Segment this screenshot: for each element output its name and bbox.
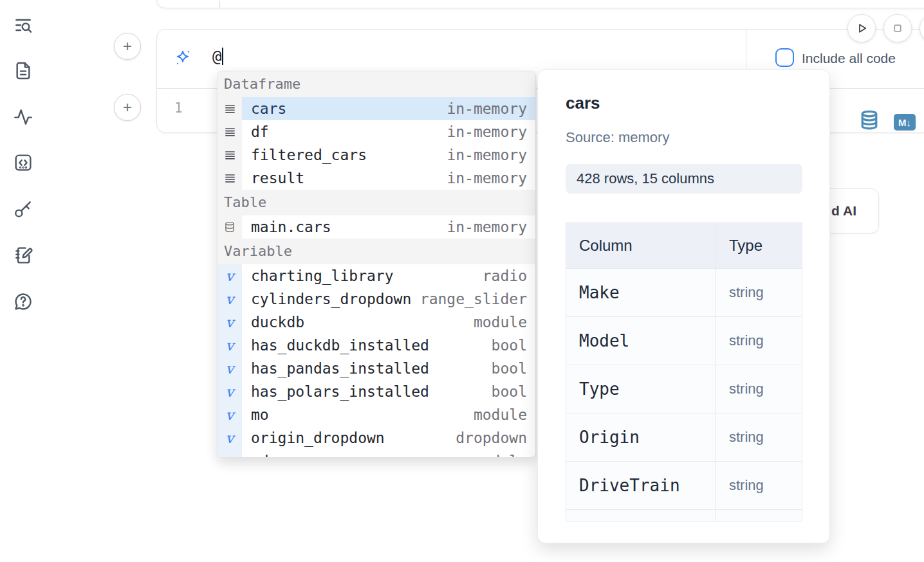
autocomplete-item-charting-library[interactable]: v charting_libraryradio bbox=[217, 264, 535, 287]
variable-icon: v bbox=[217, 380, 242, 403]
table-row: Model string bbox=[566, 316, 802, 365]
variable-icon: v bbox=[217, 264, 242, 287]
add-cell-label: + bbox=[123, 98, 132, 116]
autocomplete-item-pd[interactable]: v pdmodule bbox=[217, 449, 535, 458]
include-all-code-checkbox[interactable] bbox=[775, 48, 794, 67]
item-name: cylinders_dropdown bbox=[251, 291, 411, 307]
variable-icon: v bbox=[217, 311, 242, 334]
dataframe-preview-popup: cars Source: memory 428 rows, 15 columns… bbox=[537, 69, 830, 543]
item-name: has_pandas_installed bbox=[251, 360, 429, 377]
preview-summary: 428 rows, 15 columns bbox=[577, 170, 714, 187]
include-all-code-label: Include all code bbox=[802, 51, 896, 66]
item-name: result bbox=[251, 170, 304, 186]
column-name: Model bbox=[566, 317, 716, 365]
schema-table: Column Type Make string Model string Typ… bbox=[566, 222, 802, 521]
item-name: main.cars bbox=[251, 219, 331, 235]
stop-cell-button[interactable] bbox=[883, 14, 912, 42]
text-cursor bbox=[222, 48, 223, 65]
dataframe-icon bbox=[217, 97, 242, 120]
table-database-icon bbox=[217, 215, 242, 239]
item-type: in-memory bbox=[447, 123, 527, 140]
item-name: df bbox=[251, 123, 269, 140]
ai-action-label: d AI bbox=[831, 203, 856, 219]
autocomplete-item-result[interactable]: resultin-memory bbox=[217, 167, 535, 190]
autocomplete-dropdown: Dataframe carsin-memory dfin-memory filt… bbox=[217, 71, 536, 458]
table-row: DriveTrain string bbox=[566, 461, 802, 509]
schema-table-header: Column Type bbox=[566, 223, 802, 268]
ai-prompt-input[interactable]: @ bbox=[212, 48, 223, 66]
dataframe-icon bbox=[217, 167, 242, 190]
column-type: string bbox=[716, 317, 802, 365]
item-type: bool bbox=[492, 337, 527, 354]
autocomplete-item-origin-dropdown[interactable]: v origin_dropdowndropdown bbox=[217, 426, 535, 449]
ai-sparkle-icon bbox=[174, 49, 192, 67]
autocomplete-item-mo[interactable]: v momodule bbox=[217, 403, 535, 426]
autocomplete-item-has-polars-installed[interactable]: v has_polars_installedbool bbox=[217, 380, 535, 403]
item-name: filtered_cars bbox=[251, 147, 367, 163]
item-type: in-memory bbox=[447, 170, 527, 186]
item-type: module bbox=[474, 314, 527, 331]
item-type: radio bbox=[483, 267, 527, 284]
item-type: in-memory bbox=[447, 100, 527, 117]
previous-cell-divider bbox=[219, 1, 220, 8]
file-text-icon[interactable] bbox=[13, 60, 33, 81]
ai-prompt-value: @ bbox=[212, 48, 221, 66]
column-type: string bbox=[716, 365, 802, 413]
column-name: Make bbox=[566, 269, 716, 316]
item-type: range_slider bbox=[420, 291, 527, 307]
notebook-edit-icon[interactable] bbox=[13, 245, 33, 266]
table-row: Make string bbox=[566, 268, 802, 316]
help-chat-icon[interactable] bbox=[13, 291, 33, 312]
activity-icon[interactable] bbox=[13, 107, 33, 127]
item-type: bool bbox=[492, 383, 527, 400]
autocomplete-item-df[interactable]: dfin-memory bbox=[217, 120, 535, 143]
column-name: DriveTrain bbox=[566, 462, 716, 509]
autocomplete-item-main-cars[interactable]: main.carsin-memory bbox=[217, 215, 535, 239]
add-cell-button-bottom[interactable]: + bbox=[114, 94, 141, 121]
item-name: has_polars_installed bbox=[251, 383, 429, 400]
preview-title: cars bbox=[566, 93, 600, 113]
column-name: Origin bbox=[566, 413, 716, 461]
variable-icon: v bbox=[217, 287, 242, 311]
autocomplete-item-filtered-cars[interactable]: filtered_carsin-memory bbox=[217, 143, 535, 167]
section-header-table: Table bbox=[217, 190, 535, 215]
table-row: Origin string bbox=[566, 413, 802, 461]
variable-icon: v bbox=[217, 403, 242, 426]
markdown-icon[interactable]: M↓ bbox=[894, 114, 916, 131]
variable-icon: v bbox=[217, 357, 242, 380]
type-header: Type bbox=[716, 223, 802, 268]
item-name: origin_dropdown bbox=[251, 430, 385, 446]
autocomplete-item-has-pandas-installed[interactable]: v has_pandas_installedbool bbox=[217, 357, 535, 380]
dataframe-icon bbox=[217, 120, 242, 143]
item-name: charting_library bbox=[251, 267, 394, 284]
key-icon[interactable] bbox=[13, 199, 33, 219]
previous-cell bbox=[156, 0, 924, 8]
item-name: duckdb bbox=[251, 314, 304, 331]
stop-icon bbox=[889, 20, 906, 37]
section-header-variable: Variable bbox=[217, 239, 535, 264]
variable-icon: v bbox=[217, 334, 242, 357]
marimo-notebook-screen: + + @ Include all code 1 M↓ bbox=[0, 0, 924, 562]
code-snippet-icon[interactable] bbox=[13, 152, 33, 173]
table-row-clipped bbox=[566, 509, 802, 521]
list-search-icon[interactable] bbox=[13, 15, 33, 35]
play-icon bbox=[853, 20, 870, 37]
table-row: Type string bbox=[566, 365, 802, 413]
column-type: string bbox=[716, 269, 802, 316]
markdown-badge-label: M↓ bbox=[898, 117, 911, 128]
autocomplete-item-cars[interactable]: carsin-memory bbox=[217, 97, 535, 120]
autocomplete-item-cylinders-dropdown[interactable]: v cylinders_dropdownrange_slider bbox=[217, 287, 535, 311]
run-cell-button[interactable] bbox=[847, 14, 876, 42]
column-type: string bbox=[716, 413, 802, 461]
database-icon[interactable] bbox=[860, 109, 879, 132]
add-cell-button-top[interactable]: + bbox=[114, 33, 141, 60]
section-header-dataframe: Dataframe bbox=[217, 71, 535, 97]
variable-icon: v bbox=[217, 449, 242, 458]
column-type: string bbox=[716, 462, 802, 509]
preview-source: Source: memory bbox=[566, 129, 669, 146]
item-name: mo bbox=[251, 406, 269, 423]
variable-icon: v bbox=[217, 426, 242, 449]
line-number: 1 bbox=[174, 100, 183, 116]
autocomplete-item-duckdb[interactable]: v duckdbmodule bbox=[217, 311, 535, 334]
autocomplete-item-has-duckdb-installed[interactable]: v has_duckdb_installedbool bbox=[217, 334, 535, 357]
